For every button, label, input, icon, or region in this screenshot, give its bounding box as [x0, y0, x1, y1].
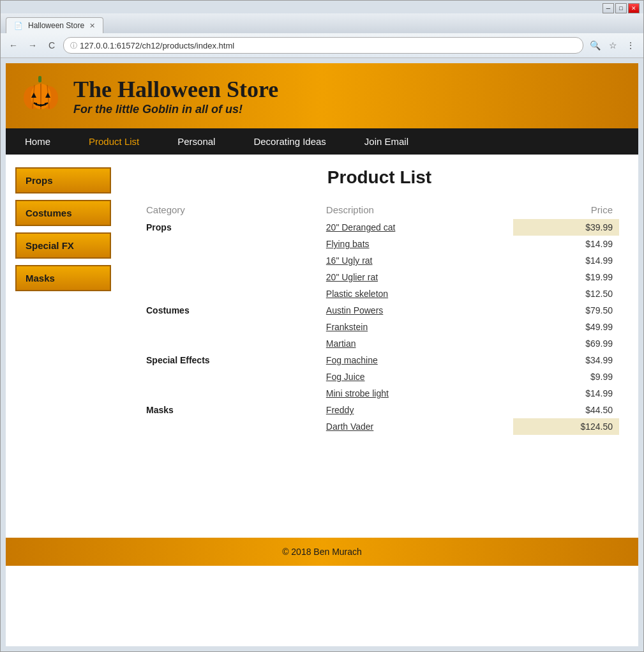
table-row: CostumesAustin Powers$79.50 — [140, 302, 619, 319]
address-bar[interactable]: ⓘ 127.0.0.1:61572/ch12/products/index.ht… — [63, 37, 583, 54]
table-row: 16" Ugly rat$14.99 — [140, 252, 619, 269]
search-icon[interactable]: 🔍 — [587, 38, 603, 53]
category-cell: Masks — [140, 402, 320, 418]
description-cell[interactable]: 16" Ugly rat — [320, 252, 513, 269]
menu-icon[interactable]: ⋮ — [623, 38, 638, 53]
site-wrapper: The Halloween Store For the little Gobli… — [6, 63, 638, 646]
category-cell — [140, 418, 320, 435]
browser-window: ─ □ ✕ 📄 Halloween Store ✕ ← → C ⓘ 127.0.… — [0, 0, 644, 652]
sidebar: Props Costumes Special FX Masks — [6, 155, 121, 538]
description-cell[interactable]: Martian — [320, 335, 513, 352]
price-cell: $12.50 — [513, 285, 619, 302]
sidebar-btn-costumes[interactable]: Costumes — [15, 200, 111, 226]
price-cell: $14.99 — [513, 236, 619, 252]
price-cell: $44.50 — [513, 402, 619, 418]
category-cell — [140, 236, 320, 252]
bookmark-icon[interactable]: ☆ — [605, 38, 620, 53]
price-cell: $69.99 — [513, 335, 619, 352]
product-link[interactable]: Plastic skeleton — [326, 289, 507, 299]
product-table: Category Description Price Props20" Dera… — [140, 201, 619, 435]
description-cell[interactable]: Darth Vader — [320, 418, 513, 435]
footer-copyright: © 2018 Ben Murach — [282, 547, 362, 557]
category-cell — [140, 385, 320, 402]
nav-join-email[interactable]: Join Email — [345, 128, 428, 155]
category-cell — [140, 319, 320, 335]
minimize-button[interactable]: ─ — [603, 3, 614, 13]
price-cell: $79.50 — [513, 302, 619, 319]
table-row: Props20" Deranged cat$39.99 — [140, 219, 619, 236]
nav-personal[interactable]: Personal — [158, 128, 234, 155]
product-link[interactable]: 20" Uglier rat — [326, 272, 507, 282]
product-link[interactable]: Fog machine — [326, 355, 507, 365]
site-title-block: The Halloween Store For the little Gobli… — [73, 76, 278, 116]
tab-close-button[interactable]: ✕ — [89, 22, 95, 30]
category-cell: Special Effects — [140, 352, 320, 368]
table-row: 20" Uglier rat$19.99 — [140, 269, 619, 285]
nav-home[interactable]: Home — [6, 128, 70, 155]
table-row: Fog Juice$9.99 — [140, 368, 619, 385]
tab-page-icon: 📄 — [14, 22, 23, 30]
description-cell[interactable]: Freddy — [320, 402, 513, 418]
price-cell: $34.99 — [513, 352, 619, 368]
product-link[interactable]: Fog Juice — [326, 372, 507, 382]
description-cell[interactable]: Fog machine — [320, 352, 513, 368]
titlebar-row: ─ □ ✕ — [1, 1, 643, 13]
site-nav: Home Product List Personal Decorating Id… — [6, 128, 638, 155]
description-cell[interactable]: 20" Uglier rat — [320, 269, 513, 285]
category-cell — [140, 285, 320, 302]
browser-titlebar: 📄 Halloween Store ✕ — [1, 13, 643, 33]
price-cell: $124.50 — [513, 418, 619, 435]
price-cell: $49.99 — [513, 319, 619, 335]
site-subtitle: For the little Goblin in all of us! — [73, 103, 278, 116]
product-link[interactable]: Frankstein — [326, 322, 507, 332]
price-cell: $39.99 — [513, 219, 619, 236]
product-link[interactable]: Martian — [326, 338, 507, 349]
address-url: 127.0.0.1:61572/ch12/products/index.html — [80, 41, 234, 50]
category-cell — [140, 368, 320, 385]
price-cell: $19.99 — [513, 269, 619, 285]
product-link[interactable]: 20" Deranged cat — [326, 222, 507, 232]
description-cell[interactable]: Austin Powers — [320, 302, 513, 319]
back-button[interactable]: ← — [6, 38, 21, 53]
col-header-price: Price — [513, 201, 619, 219]
forward-button[interactable]: → — [25, 38, 40, 53]
product-link[interactable]: Mini strobe light — [326, 388, 507, 398]
sidebar-btn-props[interactable]: Props — [15, 167, 111, 193]
sidebar-btn-specialfx[interactable]: Special FX — [15, 232, 111, 259]
description-cell[interactable]: Frankstein — [320, 319, 513, 335]
category-cell: Costumes — [140, 302, 320, 319]
table-row: Plastic skeleton$12.50 — [140, 285, 619, 302]
table-row: Martian$69.99 — [140, 335, 619, 352]
browser-tab[interactable]: 📄 Halloween Store ✕ — [6, 17, 103, 33]
tab-title: Halloween Store — [28, 21, 84, 30]
product-link[interactable]: Darth Vader — [326, 421, 507, 432]
window-controls: ─ □ ✕ — [603, 3, 640, 13]
category-cell: Props — [140, 219, 320, 236]
table-row: MasksFreddy$44.50 — [140, 402, 619, 418]
browser-toolbar: ← → C ⓘ 127.0.0.1:61572/ch12/products/in… — [1, 33, 643, 58]
description-cell[interactable]: Mini strobe light — [320, 385, 513, 402]
nav-product-list[interactable]: Product List — [70, 128, 158, 155]
table-row: Flying bats$14.99 — [140, 236, 619, 252]
close-button[interactable]: ✕ — [628, 3, 640, 13]
table-row: Frankstein$49.99 — [140, 319, 619, 335]
description-cell[interactable]: Flying bats — [320, 236, 513, 252]
product-link[interactable]: Flying bats — [326, 239, 507, 249]
description-cell[interactable]: Fog Juice — [320, 368, 513, 385]
table-row: Darth Vader$124.50 — [140, 418, 619, 435]
table-row: Mini strobe light$14.99 — [140, 385, 619, 402]
product-link[interactable]: 16" Ugly rat — [326, 255, 507, 266]
product-link[interactable]: Austin Powers — [326, 305, 507, 315]
nav-decorating-ideas[interactable]: Decorating Ideas — [234, 128, 345, 155]
maximize-button[interactable]: □ — [615, 3, 627, 13]
price-cell: $9.99 — [513, 368, 619, 385]
refresh-button[interactable]: C — [44, 38, 59, 53]
sidebar-btn-masks[interactable]: Masks — [15, 265, 111, 291]
description-cell[interactable]: Plastic skeleton — [320, 285, 513, 302]
description-cell[interactable]: 20" Deranged cat — [320, 219, 513, 236]
address-protocol: ⓘ — [70, 41, 77, 50]
site-footer: © 2018 Ben Murach — [6, 538, 638, 566]
product-area: Product List Category Description Price … — [121, 155, 638, 538]
site-content: Props Costumes Special FX Masks Product … — [6, 155, 638, 538]
product-link[interactable]: Freddy — [326, 405, 507, 415]
